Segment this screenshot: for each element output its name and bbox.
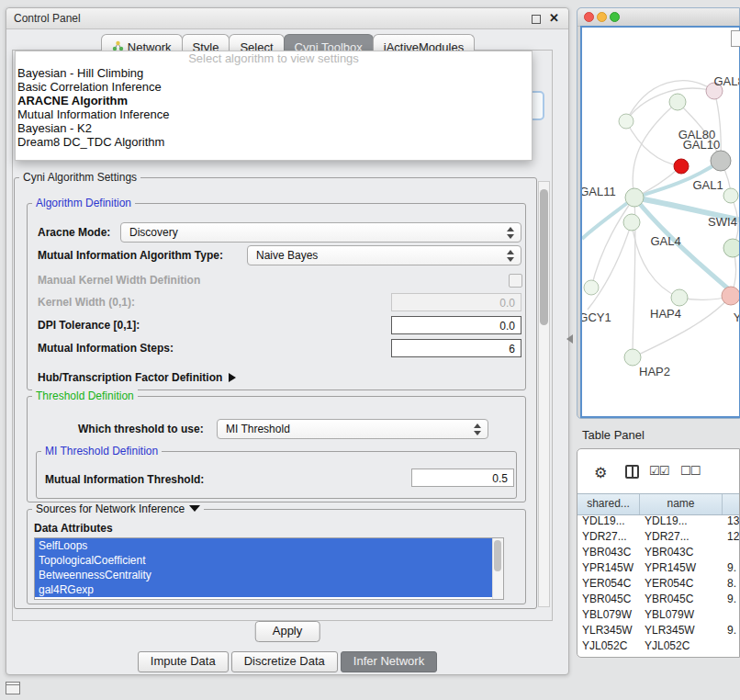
table-row[interactable]: YBR045CYBR045C9. bbox=[577, 592, 740, 607]
network-edge[interactable] bbox=[633, 102, 678, 198]
table-row[interactable]: YDR27...YDR27...12 bbox=[577, 529, 740, 545]
manual-kernel-width-checkbox[interactable] bbox=[509, 274, 522, 288]
network-node[interactable] bbox=[674, 159, 689, 174]
network-node[interactable] bbox=[711, 151, 731, 171]
table-body: YDL19...YDL19...13YDR27...YDR27...12YBR0… bbox=[577, 514, 740, 654]
attribute-item-betweennesscentrality[interactable]: BetweennessCentrality bbox=[35, 568, 493, 582]
combo-arrows-icon bbox=[474, 423, 482, 435]
dpi-tolerance-label: DPI Tolerance [0,1]: bbox=[38, 318, 140, 333]
close-window-icon[interactable] bbox=[584, 12, 594, 22]
table-cell: YDR27... bbox=[577, 529, 640, 545]
apply-button[interactable]: Apply bbox=[255, 621, 320, 642]
collapse-arrow-icon bbox=[189, 505, 200, 512]
close-panel-icon[interactable]: ✕ bbox=[549, 11, 559, 25]
hub-definition-toggle[interactable]: Hub/Transcription Factor Definition bbox=[38, 370, 236, 385]
dropdown-item-mutual-information-inference[interactable]: Mutual Information Inference bbox=[16, 107, 532, 121]
table-column-header[interactable]: name bbox=[640, 494, 723, 514]
network-node[interactable] bbox=[625, 188, 644, 207]
network-node[interactable] bbox=[722, 287, 739, 305]
network-canvas[interactable]: GAL8GAL80GAL10GAL11GAL1SWI4GAL4GCY1HAP4H… bbox=[580, 26, 740, 418]
mi-steps-input[interactable]: 6 bbox=[391, 339, 521, 357]
table-cell: YBR045C bbox=[577, 592, 640, 607]
table-row[interactable]: YDL19...YDL19...13 bbox=[577, 514, 740, 529]
network-edge[interactable] bbox=[626, 121, 681, 166]
algorithm-definition-legend: Algorithm Definition bbox=[32, 197, 135, 209]
bottom-tab-impute-data[interactable]: Impute Data bbox=[138, 651, 229, 672]
settings-scrollbar-thumb[interactable] bbox=[540, 189, 548, 325]
network-window-titlebar[interactable] bbox=[577, 8, 739, 27]
deselect-all-icon[interactable]: ☐☐ bbox=[680, 464, 700, 478]
bottom-tab-discretize-data[interactable]: Discretize Data bbox=[231, 651, 338, 672]
dropdown-item-bayesian-k2[interactable]: Bayesian - K2 bbox=[16, 121, 532, 135]
network-node[interactable] bbox=[669, 94, 686, 110]
bottom-tab-infer-network[interactable]: Infer Network bbox=[341, 651, 437, 672]
hub-definition-label: Hub/Transcription Factor Definition bbox=[38, 371, 222, 384]
network-node[interactable] bbox=[584, 280, 599, 295]
algorithm-dropdown-popup: Select algorithm to view settings Bayesi… bbox=[15, 51, 533, 161]
network-toolbar-fragment[interactable] bbox=[731, 30, 740, 47]
table-row[interactable]: YER054CYER054C8. bbox=[577, 576, 740, 592]
table-cell: YBR043C bbox=[640, 545, 723, 560]
minimized-panel-icon[interactable] bbox=[6, 682, 20, 694]
zoom-window-icon[interactable] bbox=[610, 12, 620, 22]
columns-icon[interactable] bbox=[625, 465, 639, 479]
table-cell: YLR345W bbox=[640, 623, 723, 638]
bottom-tab-bar: Impute DataDiscretize DataInfer Network bbox=[6, 651, 568, 672]
which-threshold-label: Which threshold to use: bbox=[78, 422, 204, 436]
gear-icon[interactable]: ⚙ bbox=[594, 464, 607, 481]
network-node-label: SWI4 bbox=[708, 215, 737, 229]
network-edge[interactable] bbox=[588, 222, 632, 310]
table-cell: 9. bbox=[723, 592, 740, 607]
dropdown-item-aracne-algorithm[interactable]: ARACNE Algorithm bbox=[16, 94, 532, 107]
table-cell: YDR27... bbox=[640, 529, 723, 545]
table-cell: YDL19... bbox=[577, 514, 640, 529]
table-cell: 8. bbox=[723, 576, 740, 592]
table-panel-title: Table Panel bbox=[582, 428, 645, 442]
select-all-icon[interactable]: ☑☑ bbox=[649, 464, 668, 478]
minimize-window-icon[interactable] bbox=[597, 12, 607, 22]
list-scrollbar[interactable] bbox=[492, 538, 503, 599]
mi-threshold-definition-legend: MI Threshold Definition bbox=[41, 445, 162, 457]
network-node[interactable] bbox=[623, 214, 640, 231]
table-column-header[interactable] bbox=[723, 494, 740, 514]
control-panel-titlebar[interactable]: Control Panel ✕ bbox=[6, 8, 568, 29]
table-column-header[interactable]: shared... bbox=[577, 494, 640, 514]
table-row[interactable]: YLR345WYLR345W9. bbox=[577, 623, 740, 638]
float-panel-icon[interactable] bbox=[532, 15, 541, 24]
attribute-item-topologicalcoefficient[interactable]: TopologicalCoefficient bbox=[35, 553, 493, 568]
dropdown-item-bayesian-hill-climbing[interactable]: Bayesian - Hill Climbing bbox=[16, 66, 532, 80]
dpi-tolerance-input[interactable]: 0.0 bbox=[391, 316, 521, 334]
data-attributes-list[interactable]: SelfLoopsTopologicalCoefficientBetweenne… bbox=[34, 537, 504, 600]
mi-threshold-input[interactable]: 0.5 bbox=[411, 469, 514, 487]
dropdown-item-dream8-dc-tdc-algorithm[interactable]: Dream8 DC_TDC Algorithm bbox=[16, 135, 532, 149]
network-node[interactable] bbox=[671, 289, 688, 306]
kernel-width-input[interactable]: 0.0 bbox=[391, 293, 521, 311]
table-row[interactable]: YJL052CYJL052C bbox=[577, 638, 740, 654]
which-threshold-select[interactable]: MI Threshold bbox=[217, 419, 488, 439]
threshold-definition-legend: Threshold Definition bbox=[32, 390, 138, 402]
attribute-item-gal4rgexp[interactable]: gal4RGexp bbox=[35, 582, 493, 597]
table-cell: YJL052C bbox=[640, 638, 723, 654]
table-cell: YDL19... bbox=[640, 514, 723, 529]
network-node-label: Y bbox=[734, 310, 739, 324]
table-row[interactable]: YPR145WYPR145W9. bbox=[577, 560, 740, 576]
dropdown-item-basic-correlation-inference[interactable]: Basic Correlation Inference bbox=[16, 80, 532, 94]
network-node[interactable] bbox=[619, 114, 633, 129]
network-edge[interactable] bbox=[591, 198, 634, 288]
list-scrollbar-thumb[interactable] bbox=[494, 540, 501, 571]
table-cell: YBL079W bbox=[577, 607, 640, 623]
settings-scrollbar[interactable] bbox=[538, 181, 550, 607]
table-cell: YBL079W bbox=[640, 607, 723, 623]
sources-legend[interactable]: Sources for Network Inference bbox=[32, 502, 204, 515]
table-row[interactable]: YBL079WYBL079W bbox=[577, 607, 740, 623]
table-header-row[interactable]: shared...name bbox=[577, 493, 740, 515]
table-row[interactable]: YBR043CYBR043C bbox=[577, 545, 740, 560]
aracne-mode-select[interactable]: Discovery bbox=[120, 222, 521, 243]
network-node[interactable] bbox=[624, 349, 641, 366]
network-node[interactable] bbox=[723, 188, 738, 203]
combo-arrows-icon bbox=[507, 250, 515, 262]
mi-algorithm-type-select[interactable]: Naive Bayes bbox=[247, 245, 521, 265]
attribute-item-selfloops[interactable]: SelfLoops bbox=[35, 538, 493, 553]
network-node[interactable] bbox=[723, 239, 739, 257]
panel-divider-arrow-icon[interactable] bbox=[566, 334, 573, 344]
